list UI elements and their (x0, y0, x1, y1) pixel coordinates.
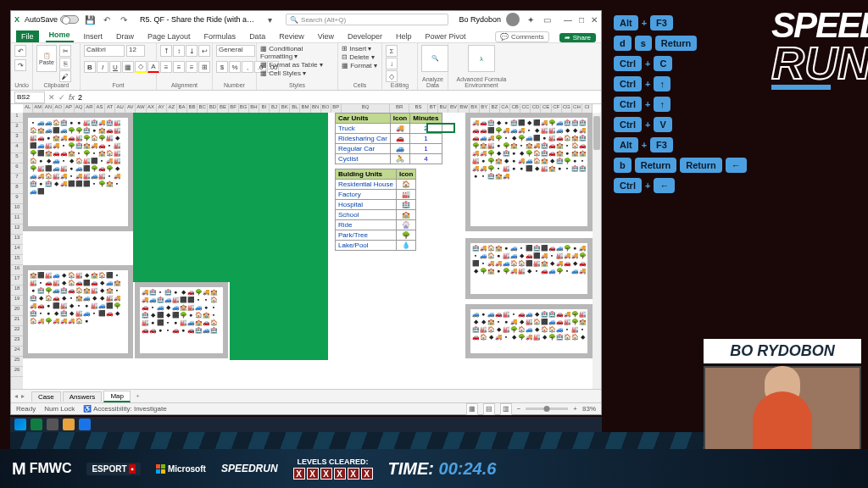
col-header[interactable]: AL (23, 104, 33, 113)
map-cell-icon[interactable]: 🏭 (106, 135, 113, 141)
bold-button[interactable]: B (84, 61, 96, 73)
col-header[interactable]: BO (321, 104, 331, 113)
map-cell-icon[interactable]: 🚙 (149, 297, 156, 303)
map-cell-icon[interactable]: ◆ (526, 119, 532, 126)
border-button[interactable]: ▦ (122, 61, 134, 73)
row-headers[interactable]: 1234567891011121314151617181920212223242… (11, 113, 23, 389)
map-cell-icon[interactable]: ⬛ (526, 165, 532, 172)
col-header[interactable]: BS (409, 104, 428, 113)
table-row[interactable]: Hospital🏥 (336, 200, 416, 210)
status-accessibility[interactable]: ♿ Accessibility: Investigate (83, 405, 166, 413)
map-cell-icon[interactable]: 🌳 (487, 165, 494, 172)
map-cell-icon[interactable]: 🚗 (480, 119, 487, 126)
map-cell-icon[interactable]: ● (68, 165, 75, 172)
map-cell-icon[interactable]: ▪ (164, 327, 171, 334)
map-cell-icon[interactable]: 🏭 (114, 119, 120, 126)
map-cell-icon[interactable]: 🏭 (564, 319, 570, 325)
map-cell-icon[interactable]: ◆ (579, 334, 586, 341)
map-cell-icon[interactable]: 🚙 (37, 119, 44, 126)
col-header[interactable]: AM (33, 104, 43, 113)
map-cell-icon[interactable]: 🚗 (556, 311, 563, 318)
map-cell-icon[interactable]: 🏫 (114, 280, 120, 286)
edge-icon[interactable] (79, 419, 91, 430)
map-cell-icon[interactable]: ▪ (480, 260, 487, 267)
map-cell-icon[interactable]: 🏥 (579, 135, 586, 141)
row-header[interactable]: 8 (11, 184, 23, 194)
map-cell-icon[interactable]: 🚗 (187, 327, 194, 334)
col-header[interactable]: BW (459, 104, 469, 113)
map-cell-icon[interactable]: 🏭 (45, 142, 52, 149)
map-cell-icon[interactable]: ◆ (518, 319, 525, 325)
map-cell-icon[interactable]: 🚗 (472, 127, 479, 134)
map-cell-icon[interactable]: ◆ (98, 295, 105, 302)
map-cell-icon[interactable]: 🚙 (187, 319, 194, 326)
ribbon-display-icon[interactable]: ▭ (542, 14, 554, 25)
map-cell-icon[interactable]: ⬛ (106, 272, 113, 279)
map-cell-icon[interactable]: 🚙 (164, 297, 171, 303)
map-cell-icon[interactable]: 🏥 (503, 150, 509, 157)
map-cell-icon[interactable]: 🚗 (526, 252, 532, 259)
map-cell-icon[interactable]: 🏥 (30, 180, 36, 187)
map-cell-icon[interactable]: ◆ (114, 165, 120, 172)
map-cell-icon[interactable]: ▪ (37, 280, 44, 286)
toggle-icon[interactable] (60, 15, 79, 24)
map-cell-icon[interactable]: 🚚 (60, 173, 67, 180)
map-cell-icon[interactable]: ⬛ (53, 302, 59, 309)
map-cell-icon[interactable]: 🌳 (495, 127, 502, 134)
align-top-icon[interactable]: ⤒ (160, 45, 172, 57)
map-cell-icon[interactable]: 🏭 (106, 295, 113, 302)
map-cell-icon[interactable]: 🏥 (579, 165, 586, 172)
map-cell-icon[interactable]: 🚗 (556, 319, 563, 325)
map-cell-icon[interactable]: ▪ (68, 173, 75, 180)
wrap-text-icon[interactable]: ↩ (198, 45, 210, 57)
map-cell-icon[interactable]: ▪ (106, 173, 113, 180)
green-zone-2[interactable] (230, 282, 328, 360)
insert-cells-button[interactable]: ⊞ Insert ▾ (342, 45, 371, 53)
tab-review[interactable]: Review (275, 30, 308, 42)
map-cell-icon[interactable]: ▪ (75, 302, 82, 309)
map-cell-icon[interactable]: 🌳 (526, 150, 532, 157)
table-row[interactable]: Regular Car🚙1 (336, 144, 442, 154)
map-cell-icon[interactable]: ◆ (472, 268, 479, 274)
map-cell-icon[interactable]: 🚙 (526, 326, 532, 333)
format-cells-button[interactable]: ▦ Format ▾ (342, 62, 377, 69)
map-cell-icon[interactable]: 🏥 (60, 287, 67, 294)
map-cell-icon[interactable]: 🚗 (187, 289, 194, 296)
map-cell-icon[interactable]: 🏠 (75, 158, 82, 164)
map-cell-icon[interactable]: 🚙 (53, 287, 59, 294)
map-cell-icon[interactable]: 🚙 (195, 304, 202, 311)
map-cell-icon[interactable]: ◆ (114, 310, 120, 317)
map-cell-icon[interactable]: ▪ (564, 142, 570, 149)
map-cell-icon[interactable]: 🚗 (37, 302, 44, 309)
map-cell-icon[interactable]: 🚙 (556, 119, 563, 126)
map-cell-icon[interactable]: 🏠 (533, 319, 540, 325)
map-cell-icon[interactable]: 🏭 (83, 158, 90, 164)
map-cell-icon[interactable]: ▪ (157, 289, 164, 296)
col-header[interactable]: BZ (490, 104, 500, 113)
map-cell-icon[interactable]: 🌳 (518, 334, 525, 341)
col-header[interactable]: BC (198, 104, 208, 113)
row-header[interactable]: 15 (11, 255, 23, 265)
map-cell-icon[interactable]: ◆ (60, 272, 67, 279)
map-cell-icon[interactable]: 🏭 (571, 326, 578, 333)
map-cell-icon[interactable]: 🏠 (75, 287, 82, 294)
map-cell-icon[interactable]: ⬛ (180, 297, 186, 303)
map-cell-icon[interactable]: ● (172, 289, 179, 296)
map-cell-icon[interactable]: 🚗 (53, 150, 59, 157)
map-cell-icon[interactable]: ● (518, 165, 525, 172)
map-cell-icon[interactable]: 🏭 (45, 272, 52, 279)
undo-button[interactable]: ↶ (14, 45, 26, 57)
map-cell-icon[interactable]: ◆ (180, 289, 186, 296)
map-cell-icon[interactable]: 🚚 (53, 318, 59, 324)
map-cell-icon[interactable]: 🚙 (106, 280, 113, 286)
map-cell-icon[interactable]: 🏥 (564, 119, 570, 126)
cut-icon[interactable]: ✂ (59, 45, 71, 57)
map-cell-icon[interactable]: ● (571, 245, 578, 252)
map-cell-icon[interactable]: 🏥 (510, 119, 517, 126)
row-header[interactable]: 25 (11, 357, 23, 367)
map-cell-icon[interactable]: 🚚 (487, 260, 494, 267)
map-cell-icon[interactable]: 🚚 (60, 135, 67, 141)
map-cell-icon[interactable]: ▪ (495, 319, 502, 325)
map-cell-icon[interactable]: 🏫 (91, 272, 97, 279)
map-cell-icon[interactable]: 🚗 (91, 280, 97, 286)
